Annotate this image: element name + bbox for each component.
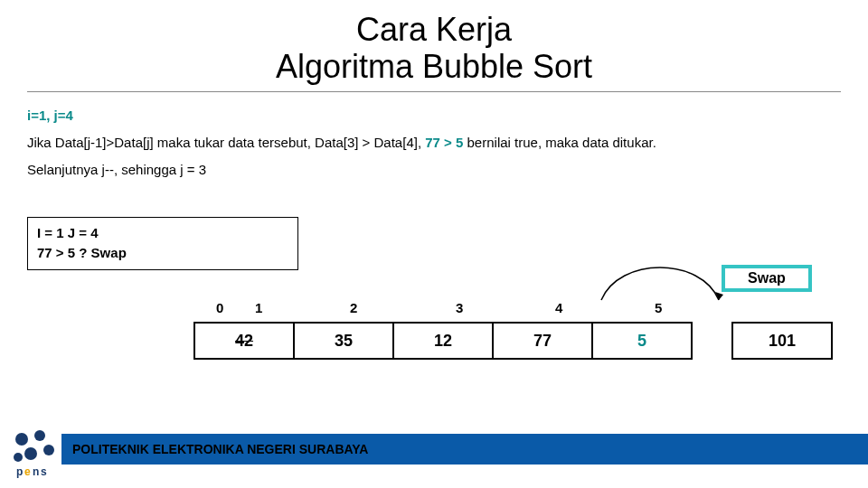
- svg-text:e: e: [24, 465, 31, 478]
- svg-text:p: p: [16, 465, 23, 478]
- svg-point-4: [14, 453, 23, 462]
- state-line: i=1, j=4: [27, 105, 841, 127]
- pens-logo-icon: p e n s: [9, 427, 61, 479]
- footer-bar: POLITEKNIK ELEKTRONIKA NEGERI SURABAYA: [61, 434, 868, 465]
- next-line: Selanjutnya j--, sehingga j = 3: [27, 159, 841, 181]
- array-cell: 35: [293, 322, 394, 360]
- svg-point-2: [43, 445, 54, 455]
- explain-highlight: 77 > 5: [425, 135, 463, 150]
- svg-point-3: [24, 447, 37, 460]
- ij-line1: I = 1 J = 4: [37, 223, 288, 244]
- array-cell: 101: [731, 322, 833, 360]
- ij-line2: 77 > 5 ? Swap: [37, 243, 288, 264]
- footer-text: POLITEKNIK ELEKTRONIKA NEGERI SURABAYA: [72, 442, 368, 456]
- explain-suffix: bernilai true, maka data ditukar.: [463, 135, 656, 150]
- array-cell: 5: [591, 322, 693, 360]
- explain-line: Jika Data[j-1]>Data[j] maka tukar data t…: [27, 132, 841, 154]
- array-cell: 42: [193, 322, 295, 360]
- ij-state-box: I = 1 J = 4 77 > 5 ? Swap: [27, 217, 298, 270]
- array-cell: 77: [492, 322, 593, 360]
- swap-label: Swap: [748, 270, 786, 286]
- index-row: 0 1 2 3 4 5: [203, 300, 835, 320]
- swap-arc-icon: [592, 253, 728, 304]
- array-cell: 12: [392, 322, 494, 360]
- explain-prefix: Jika Data[j-1]>Data[j] maka tukar data t…: [27, 135, 425, 150]
- index-label: 3: [456, 300, 463, 315]
- slide-title: Cara Kerja Algoritma Bubble Sort: [0, 0, 868, 86]
- svg-text:s: s: [41, 465, 47, 478]
- title-underline: [27, 91, 841, 92]
- index-label: 1: [255, 300, 262, 315]
- cells-row: 42 35 12 77 5 101: [203, 322, 835, 363]
- index-label: 2: [350, 300, 357, 315]
- svg-point-0: [15, 433, 28, 446]
- title-line2: Algoritma Bubble Sort: [276, 48, 592, 85]
- title-line1: Cara Kerja: [356, 11, 512, 48]
- svg-text:n: n: [33, 465, 39, 478]
- swap-label-box: Swap: [722, 265, 812, 292]
- svg-point-1: [34, 430, 45, 441]
- index-label: 5: [655, 300, 662, 315]
- explanation-block: i=1, j=4 Jika Data[j-1]>Data[j] maka tuk…: [27, 105, 841, 181]
- index-label: 4: [555, 300, 562, 315]
- index-label: 0: [216, 300, 223, 315]
- array-visual: 0 1 2 3 4 5 42 35 12 77 5 101: [203, 300, 835, 363]
